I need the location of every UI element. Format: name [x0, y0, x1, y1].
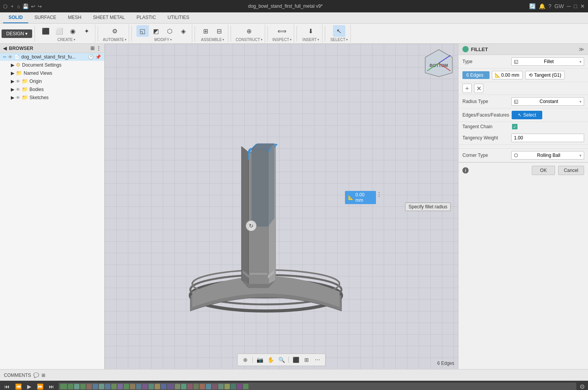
select-button[interactable]: ↖ Select [512, 111, 542, 119]
draft-icon[interactable]: ◈ [177, 25, 190, 37]
cancel-button[interactable]: Cancel [558, 166, 584, 175]
panel-expand-icon[interactable]: ≫ [579, 46, 584, 52]
radius-type-dropdown[interactable]: ◱ Constant ▾ [511, 97, 584, 106]
tangent-chain-checkbox[interactable]: ✓ [512, 124, 517, 129]
notification-icon[interactable]: 🔔 [539, 3, 545, 9]
create-label[interactable]: CREATE ▾ [57, 38, 75, 42]
expand-arrow-bodies[interactable]: ▶ [11, 87, 14, 92]
comments-icon[interactable]: 💬 [33, 373, 39, 378]
expand-arrow-doc[interactable]: ▶ [11, 62, 14, 68]
window-left-icons[interactable]: ⬡ ＋ ⌂ 💾 ↩ ↪ [3, 3, 42, 10]
create-box-icon[interactable]: ⬛ [40, 25, 52, 37]
tangent-button[interactable]: ⟲ Tangent (G1) [525, 71, 565, 79]
tab-solid[interactable]: SOLID [3, 12, 28, 23]
ok-button[interactable]: OK [532, 166, 555, 175]
timeline-prev-icon[interactable]: ⏪ [14, 383, 23, 390]
browser-expand-icon[interactable]: ⊞ [90, 45, 95, 51]
home-icon[interactable]: ⌂ [17, 3, 20, 9]
eye-origin[interactable]: 👁 [16, 79, 20, 84]
create-form-icon[interactable]: ✦ [80, 25, 93, 37]
chamfer-icon[interactable]: ◩ [150, 25, 162, 37]
browser-menu-icon[interactable]: ⋮ [96, 45, 101, 51]
assemble-icon1[interactable]: ⊞ [200, 25, 212, 37]
tangency-weight-input[interactable]: 1.00 [511, 134, 584, 142]
insert-label[interactable]: INSERT ▾ [302, 38, 319, 42]
edges-input[interactable]: 📐 0.00 mm [492, 71, 523, 79]
expand-arrow-views[interactable]: ▶ [11, 70, 14, 76]
construct-icon1[interactable]: ⊕ [243, 25, 255, 37]
vb-pan-icon[interactable]: ✋ [266, 355, 275, 364]
modify-label[interactable]: MODIFY ▾ [154, 38, 172, 42]
tab-mesh[interactable]: MESH [62, 12, 87, 23]
tab-sheet-metal[interactable]: SHEET METAL [88, 12, 130, 23]
visibility-toggle[interactable]: 👁 [8, 55, 12, 59]
browser-item-document-settings[interactable]: ▶ ⚙ Document Settings [0, 61, 104, 69]
insert-icon1[interactable]: ⬇ [305, 25, 317, 37]
new-tab-icon[interactable]: ＋ [10, 3, 15, 10]
vb-zoom-icon[interactable]: 🔍 [277, 355, 286, 364]
undo-icon[interactable]: ↩ [31, 3, 35, 9]
expand-arrow-origin[interactable]: ▶ [11, 79, 14, 84]
tab-surface[interactable]: SURFACE [29, 12, 62, 23]
construct-label[interactable]: CONSTRUCT ▾ [236, 38, 262, 42]
help-icon[interactable]: ? [548, 3, 552, 9]
fillet-icon[interactable]: ◱ [136, 25, 149, 37]
expand-arrow-sketches[interactable]: ▶ [11, 95, 14, 100]
automate-icon1[interactable]: ⚙ [109, 25, 121, 37]
browser-header-icons[interactable]: ⊞ ⋮ [90, 45, 101, 51]
tab-utilities[interactable]: UTILITIES [162, 12, 195, 23]
corner-type-dropdown[interactable]: ⬡ Rolling Ball ▾ [511, 151, 584, 160]
eye-bodies[interactable]: 👁 [16, 87, 20, 92]
redo-icon[interactable]: ↪ [38, 3, 42, 9]
select-label[interactable]: SELECT ▾ [330, 38, 348, 42]
maximize-button[interactable]: □ [574, 3, 577, 9]
type-dropdown[interactable]: ◱ Fillet ▾ [511, 57, 584, 66]
info-icon[interactable]: i [462, 167, 469, 174]
fillet-input-more-button[interactable]: ⋮ [376, 191, 382, 198]
add-set-button[interactable]: ＋ [462, 84, 472, 93]
timeline-first-icon[interactable]: ⏮ [3, 383, 11, 390]
user-icon[interactable]: GW [555, 3, 564, 9]
automate-label[interactable]: AUTOMATE ▾ [103, 38, 126, 42]
select-icon1[interactable]: ↖ [333, 25, 345, 37]
sync-icon[interactable]: 🔄 [529, 3, 536, 9]
timeline-play-icon[interactable]: ▶ [26, 383, 33, 390]
file-pin-icon[interactable]: 📌 [95, 54, 101, 60]
timeline-next-icon[interactable]: ⏩ [36, 383, 45, 390]
create-sphere-icon[interactable]: ◉ [67, 25, 79, 37]
inspect-icon1[interactable]: ⟺ [276, 25, 288, 37]
settings-gear-icon[interactable]: ⚙ [579, 383, 585, 390]
assemble-label[interactable]: ASSEMBLE ▾ [201, 38, 224, 42]
save-icon[interactable]: 💾 [22, 3, 29, 9]
vb-display-icon[interactable]: ⬛ [291, 355, 300, 364]
remove-set-button[interactable]: ✕ [474, 84, 483, 93]
inspect-label[interactable]: INSPECT ▾ [272, 38, 291, 42]
browser-back-icon[interactable]: ◀ [3, 46, 7, 51]
vb-camera-icon[interactable]: 📷 [255, 355, 264, 364]
vb-more-icon[interactable]: ⋯ [313, 355, 322, 364]
browser-item-named-views[interactable]: ▶ 📁 Named Views [0, 69, 104, 77]
browser-item-file[interactable]: ✏ 👁 📄 dog_bowl_stand_first_fu... 🕐 📌 [0, 53, 104, 61]
create-cylinder-icon[interactable]: ⬜ [53, 25, 66, 37]
fillet-input-overlay[interactable]: 📐 0.00 mm [345, 191, 376, 204]
viewcube[interactable]: BOTTOM [423, 48, 454, 79]
close-button[interactable]: ✕ [580, 3, 585, 9]
timeline-last-icon[interactable]: ⏭ [48, 383, 55, 390]
vb-grid-icon[interactable]: ⊞ [302, 355, 311, 364]
vb-home-icon[interactable]: ⊕ [241, 355, 250, 364]
viewport[interactable]: ↻ 📐 0.00 mm ⋮ Specify fillet radius BOTT… [105, 44, 458, 369]
assemble-icon2[interactable]: ⊟ [213, 25, 226, 37]
browser-item-origin[interactable]: ▶ 👁 📁 Origin [0, 77, 104, 85]
tab-plastic[interactable]: PLASTIC [131, 12, 161, 23]
timeline-area[interactable] [59, 383, 576, 390]
file-clock-icon[interactable]: 🕐 [88, 54, 94, 60]
minimize-button[interactable]: ─ [567, 3, 571, 9]
browser-item-sketches[interactable]: ▶ 👁 📁 Sketches [0, 93, 104, 101]
design-button[interactable]: DESIGN ▾ [2, 29, 32, 38]
comments-expand[interactable]: ⊞ [41, 373, 45, 378]
window-controls[interactable]: 🔄 🔔 ? GW ─ □ ✕ [529, 3, 585, 9]
document-settings-label: Document Settings [22, 62, 61, 68]
eye-sketches[interactable]: 👁 [16, 95, 20, 100]
shell-icon[interactable]: ⬡ [164, 25, 176, 37]
browser-item-bodies[interactable]: ▶ 👁 📁 Bodies [0, 85, 104, 93]
